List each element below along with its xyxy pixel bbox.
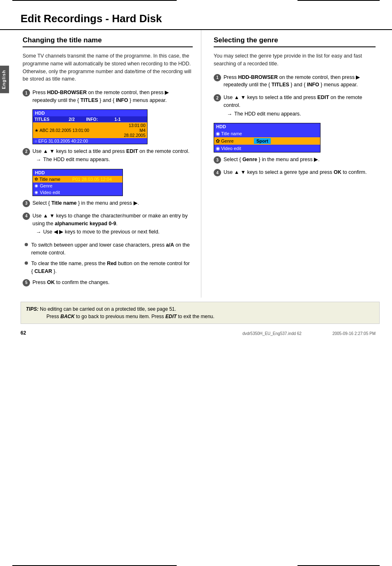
top-border-right	[297, 0, 380, 1]
tips-box: TIPS: No editing can be carried out on a…	[21, 302, 380, 324]
hdd-browser-bold: HDD-BROWSER	[47, 90, 87, 95]
page-number: 62	[21, 330, 26, 336]
step-number-5: 5	[23, 279, 30, 286]
hdd-screen-1-title: HDD	[33, 110, 147, 116]
left-step-4: 4 Use ▲ ▼ keys to change the character/n…	[23, 212, 193, 236]
footer-info: dvdr5350H_EU_Eng537.indd 62 2005-09-16 2…	[242, 331, 376, 336]
right-step-4: 4 Use ▲ ▼ keys to select a genre type an…	[214, 169, 376, 176]
top-border-left	[12, 0, 177, 1]
ok-bold-r4: OK	[334, 169, 341, 175]
step-number-2: 2	[23, 148, 30, 155]
right-step-2-sub-text: The HDD edit menu appears.	[234, 110, 301, 118]
edit-row-icon-video: ◉	[35, 190, 38, 194]
hdd-col-titles: TITLES	[33, 116, 67, 122]
hdd-edit-row-video: ◉ Video edit	[33, 189, 122, 196]
edit-row-icon-genre: ◉	[35, 183, 38, 188]
main-content: Changing the title name Some TV channels…	[0, 30, 392, 298]
left-column: Changing the title name Some TV channels…	[21, 30, 201, 298]
genre-value-sport: Sport	[254, 138, 271, 144]
left-step-5: 5 Press OK to confirm the changes.	[23, 279, 193, 286]
hdd-genre-title: HDD	[214, 123, 320, 130]
r-edit-bold: EDIT	[317, 95, 329, 100]
hdd-col-info: INFO:	[85, 116, 113, 122]
hdd-genre-screen: HDD ◉ Title name ✿ Genre Sport ◉ Video e…	[214, 123, 321, 152]
bullet-list: To switch between upper and lower case c…	[25, 241, 193, 275]
step-5-content: Press OK to confirm the changes.	[32, 279, 193, 286]
hdd-genre-row-genre: ✿ Genre Sport	[214, 137, 320, 145]
step-2-sub-text: The HDD edit menu appears.	[43, 156, 110, 164]
hdd-row2-info	[113, 138, 147, 144]
back-bold: BACK	[60, 314, 75, 319]
step-2-content: Use ▲ ▼ keys to select a title and press…	[32, 148, 193, 164]
edit-bold-tips: EDIT	[165, 314, 176, 319]
titles-bold: TITLES	[81, 97, 98, 103]
hdd-edit-screen: HDD ✿ Title name P01 28.03.05 12:04 ◉ Ge…	[32, 169, 123, 196]
left-step-2: 2 Use ▲ ▼ keys to select a title and pre…	[23, 148, 193, 164]
left-intro: Some TV channels transmit the name of th…	[23, 52, 193, 83]
right-step-number-3: 3	[214, 156, 221, 164]
right-step-1: 1 Press HDD-BROWSER on the remote contro…	[214, 74, 376, 89]
step-1-content: Press HDD-BROWSER on the remote control,…	[32, 89, 193, 104]
bullet-dot-1	[25, 243, 28, 246]
a-slash-a-bold: a/A	[166, 242, 174, 248]
hdd-row1-name: ★ ABC 28.02.2005 13:01:00	[33, 122, 113, 138]
hdd-header-row: TITLES 2/2 INFO: 1-1	[33, 116, 147, 122]
hdd-edit-label-video: Video edit	[40, 190, 73, 195]
hdd-edit-title: HDD	[33, 169, 122, 176]
right-step-4-content: Use ▲ ▼ keys to select a genre type and …	[224, 169, 376, 176]
ok-bold-5: OK	[47, 280, 55, 285]
r-info-bold: INFO	[307, 82, 319, 88]
step-number-3: 3	[23, 200, 30, 207]
title-name-bold: Title name	[51, 200, 77, 206]
step-number-4: 4	[23, 213, 30, 220]
alphanumeric-bold: alphanumeric keypad 0-9	[55, 221, 116, 226]
right-step-2-sub: → The HDD edit menu appears.	[227, 110, 376, 118]
bullet-text-1: To switch between upper and lower case c…	[31, 241, 193, 257]
genre-row-icon-title: ◉	[216, 131, 220, 136]
genre-row-label-title: Title name	[221, 131, 254, 136]
hdd-genre-row-video: ◉ Video edit	[214, 145, 320, 152]
tips-label: TIPS:	[26, 306, 39, 312]
right-step-2-content: Use ▲ ▼ keys to select a title and press…	[224, 94, 376, 118]
genre-row-icon-video: ◉	[216, 146, 220, 151]
genre-bold: Genre	[242, 157, 257, 162]
right-step-1-content: Press HDD-BROWSER on the remote control,…	[224, 74, 376, 89]
arrow-icon-4: →	[36, 228, 41, 236]
page-title: Edit Recordings - Hard Disk	[21, 12, 376, 25]
right-step-3-content: Select { Genre } in the menu and press ▶…	[224, 156, 376, 164]
hdd-table-1: TITLES 2/2 INFO: 1-1 ★ ABC 28.02.2005 13…	[33, 116, 147, 144]
hdd-col-num: 1-1	[113, 116, 147, 122]
tips-line2: Press BACK to go back to previous menu i…	[46, 314, 214, 319]
left-step-3: 3 Select { Title name } in the menu and …	[23, 199, 193, 207]
hdd-edit-value-title: P01 28.03.05 12:04	[72, 177, 112, 182]
step-3-content: Select { Title name } in the menu and pr…	[32, 199, 193, 207]
footer-file: dvdr5350H_EU_Eng537.indd 62	[242, 331, 302, 336]
clear-bold: CLEAR	[35, 268, 52, 274]
right-step-number-2: 2	[214, 94, 221, 102]
edit-row-icon-title: ✿	[35, 177, 38, 181]
step-number-1: 1	[23, 89, 30, 97]
left-section-heading: Changing the title name	[23, 36, 193, 47]
footer-date: 2005-09-16 2:27:05 PM	[332, 331, 376, 336]
r-titles-bold: TITLES	[272, 82, 289, 88]
hdd-data-row-1: ★ ABC 28.02.2005 13:01:00 13:01:00M428.0…	[33, 122, 147, 138]
hdd-genre-row-title: ◉ Title name	[214, 130, 320, 137]
info-bold: INFO	[116, 97, 128, 103]
hdd-row1-info: 13:01:00M428.02.2005	[113, 122, 147, 138]
r-arrow-icon-2: →	[227, 110, 232, 118]
bullet-item-1: To switch between upper and lower case c…	[25, 241, 193, 257]
side-tab-label: English	[1, 70, 6, 89]
right-step-3: 3 Select { Genre } in the menu and press…	[214, 156, 376, 164]
step-4-content: Use ▲ ▼ keys to change the character/num…	[32, 212, 193, 236]
genre-row-icon-genre: ✿	[216, 138, 220, 144]
bullet-text-2: To clear the title name, press the Red b…	[31, 260, 193, 275]
bullet-dot-2	[25, 261, 28, 265]
bullet-item-2: To clear the title name, press the Red b…	[25, 260, 193, 275]
hdd-screen-1: HDD TITLES 2/2 INFO: 1-1 ★ ABC 28.02.200…	[32, 109, 148, 144]
hdd-edit-label-title: Title name	[39, 177, 72, 182]
genre-row-label-genre: Genre	[221, 139, 254, 143]
hdd-edit-row-title: ✿ Title name P01 28.03.05 12:04	[33, 176, 122, 183]
right-section-heading: Selecting the genre	[214, 36, 376, 47]
right-step-number-1: 1	[214, 74, 221, 81]
right-intro: You may select the genre type provide in…	[214, 52, 376, 68]
